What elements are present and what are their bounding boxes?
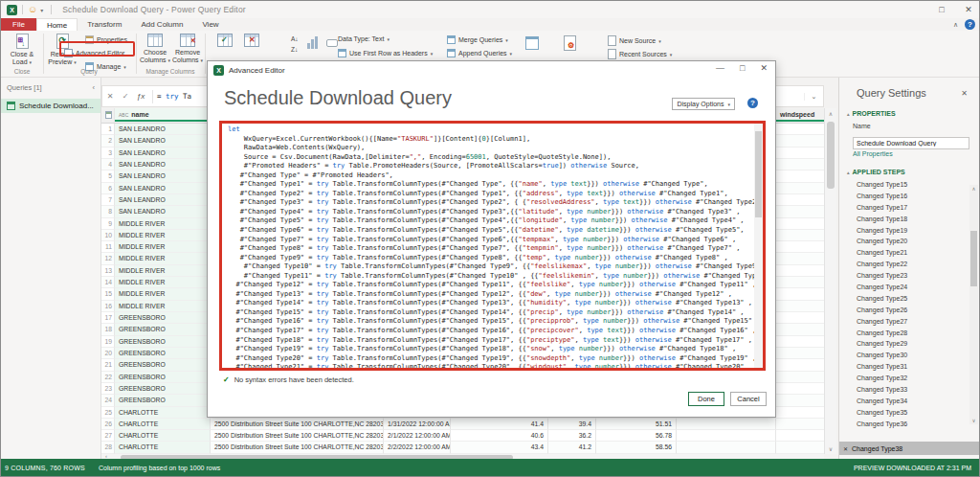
properties-section-header[interactable]: ▴ PROPERTIES xyxy=(839,110,980,117)
grid-cell[interactable]: GREENSBORO xyxy=(115,348,211,359)
grid-cell[interactable]: MIDDLE RIVER xyxy=(115,277,211,288)
recent-sources-button[interactable]: Recent Sources ▾ xyxy=(608,49,672,59)
applied-step-item[interactable]: Changed Type19 xyxy=(843,225,968,237)
grid-cell[interactable] xyxy=(776,336,824,348)
manage-parameters-icon[interactable]: ⚙ xyxy=(564,35,576,51)
grid-cell[interactable]: 40.6 xyxy=(451,430,548,442)
grid-cell[interactable] xyxy=(677,442,776,453)
grid-cell[interactable]: 5 xyxy=(101,170,115,182)
done-button[interactable]: Done xyxy=(688,392,724,406)
grid-cell[interactable]: SAN LEANDRO xyxy=(115,194,211,206)
grid-cell[interactable] xyxy=(776,265,824,277)
code-scrollbar[interactable] xyxy=(754,124,763,368)
applied-step-item[interactable]: Changed Type36 xyxy=(843,419,968,430)
steps-scroll-thumb[interactable] xyxy=(970,231,977,286)
column-header-name[interactable]: ABC name xyxy=(115,108,211,123)
grid-cell[interactable]: 15 xyxy=(101,288,115,300)
table-row[interactable]: 27CHARLOTTE2500 Distribution Street Suit… xyxy=(101,430,824,442)
applied-step-item[interactable]: Changed Type29 xyxy=(843,338,968,350)
applied-step-item[interactable]: Changed Type24 xyxy=(843,282,968,293)
grid-vertical-scrollbar[interactable]: ∧ ∨ xyxy=(824,108,836,454)
applied-step-item[interactable]: Changed Type20 xyxy=(843,236,968,247)
applied-step-item[interactable]: Changed Type32 xyxy=(843,373,968,384)
grid-cell[interactable]: 12 xyxy=(101,253,115,264)
grid-cell[interactable] xyxy=(776,419,824,430)
grid-cell[interactable] xyxy=(776,253,824,264)
restore-window-button[interactable]: □ xyxy=(935,5,948,14)
grid-cell[interactable]: 17 xyxy=(101,312,115,324)
grid-cell[interactable]: 18 xyxy=(101,324,115,335)
grid-cell[interactable] xyxy=(776,183,824,194)
grid-cell[interactable]: MIDDLE RIVER xyxy=(115,265,211,277)
applied-step-item[interactable]: Changed Type30 xyxy=(843,350,968,361)
grid-cell[interactable]: SAN LEANDRO xyxy=(115,159,211,170)
grid-cell[interactable]: 36.2 xyxy=(548,430,596,442)
tab-add-column[interactable]: Add Column xyxy=(131,18,192,31)
applied-step-item[interactable]: Changed Type26 xyxy=(843,305,968,316)
grid-cell[interactable]: 6 xyxy=(101,183,115,194)
grid-cell[interactable] xyxy=(776,324,824,335)
grid-cell[interactable] xyxy=(776,301,824,312)
collapse-ribbon-icon[interactable]: ∧ xyxy=(953,21,958,29)
choose-columns-button[interactable]: Choose Columns ▾ xyxy=(139,34,171,64)
fx-icon[interactable]: ƒx xyxy=(133,92,148,101)
grid-cell[interactable]: 2 xyxy=(101,135,115,147)
grid-cell[interactable] xyxy=(776,277,824,288)
grid-cell[interactable]: 23 xyxy=(101,383,115,395)
table-row[interactable]: 26CHARLOTTE2500 Distribution Street Suit… xyxy=(101,419,824,430)
tab-file[interactable]: File xyxy=(1,18,36,31)
delete-step-icon[interactable]: ✕ xyxy=(843,445,848,452)
grid-cell[interactable]: GREENSBORO xyxy=(115,324,211,335)
grid-cell[interactable]: 58.56 xyxy=(596,442,677,453)
grid-cell[interactable]: SAN LEANDRO xyxy=(115,170,211,182)
grid-cell[interactable] xyxy=(776,206,824,217)
grid-cell[interactable] xyxy=(776,230,824,241)
grid-cell[interactable]: 39.4 xyxy=(548,419,596,430)
applied-step-item[interactable]: Changed Type15 xyxy=(843,179,968,191)
grid-corner-cell[interactable] xyxy=(101,108,115,123)
tab-home[interactable]: Home xyxy=(36,18,78,31)
applied-step-item[interactable]: Changed Type25 xyxy=(843,293,968,305)
grid-cell[interactable]: 25 xyxy=(101,407,115,419)
grid-cell[interactable]: 13 xyxy=(101,265,115,277)
use-first-row-button[interactable]: Use First Row as Headers ▾ xyxy=(338,49,433,57)
grid-cell[interactable]: 26 xyxy=(101,419,115,430)
grid-cell[interactable]: 2500 Distribution Street Suite 100 CHARL… xyxy=(211,442,384,453)
sort-ascending-button[interactable]: A↓ xyxy=(291,35,299,42)
grid-cell[interactable]: GREENSBORO xyxy=(115,383,211,395)
grid-cell[interactable]: SAN LEANDRO xyxy=(115,148,211,159)
grid-cell[interactable]: 1/31/2022 12:00:00 AM xyxy=(384,419,451,430)
grid-cell[interactable]: 2500 Distribution Street Suite 100 CHARL… xyxy=(211,419,384,430)
close-and-load-button[interactable]: ⊞ ↓ Close & Load ▾ xyxy=(5,34,39,66)
grid-cell[interactable]: 2500 Distribution Street Suite 100 CHARL… xyxy=(211,430,384,442)
group-by-icon[interactable] xyxy=(326,39,338,47)
grid-cell[interactable]: SAN LEANDRO xyxy=(115,135,211,147)
close-settings-icon[interactable]: ✕ xyxy=(961,89,968,98)
grid-cell[interactable]: 1 xyxy=(101,124,115,135)
grid-cell[interactable]: 2/2/2022 12:00:00 AM xyxy=(384,442,451,453)
applied-step-item[interactable]: Changed Type18 xyxy=(843,214,968,225)
query-list-item[interactable]: Schedule Download... xyxy=(1,99,100,113)
applied-step-item[interactable]: Changed Type27 xyxy=(843,316,968,328)
query-name-input[interactable] xyxy=(853,137,969,149)
close-window-button[interactable]: ✕ xyxy=(962,5,975,14)
all-properties-link[interactable]: All Properties xyxy=(839,150,980,157)
append-queries-button[interactable]: Append Queries ▾ xyxy=(447,49,512,57)
dialog-maximize-icon[interactable]: □ xyxy=(740,63,745,73)
grid-cell[interactable]: SAN LEANDRO xyxy=(115,206,211,217)
grid-cell[interactable] xyxy=(776,288,824,300)
grid-cell[interactable]: 27 xyxy=(101,430,115,442)
steps-scrollbar[interactable]: ∧ ∨ xyxy=(969,185,978,424)
keep-rows-button[interactable]: ✓ xyxy=(217,34,233,49)
applied-steps-section-header[interactable]: ▴ APPLIED STEPS xyxy=(839,169,980,175)
grid-cell[interactable] xyxy=(776,430,824,442)
smiley-dropdown-caret[interactable]: ▾ xyxy=(40,7,43,13)
grid-cell[interactable]: GREENSBORO xyxy=(115,312,211,324)
grid-cell[interactable]: 4 xyxy=(101,159,115,170)
applied-step-item[interactable]: Changed Type16 xyxy=(843,191,968,202)
grid-cell[interactable]: 9 xyxy=(101,218,115,230)
grid-cell[interactable]: CHARLOTTE xyxy=(115,419,211,430)
applied-step-item[interactable]: Changed Type33 xyxy=(843,384,968,396)
steps-scroll-down-icon[interactable]: ∨ xyxy=(969,418,978,423)
grid-cell[interactable]: CHARLOTTE xyxy=(115,407,211,419)
